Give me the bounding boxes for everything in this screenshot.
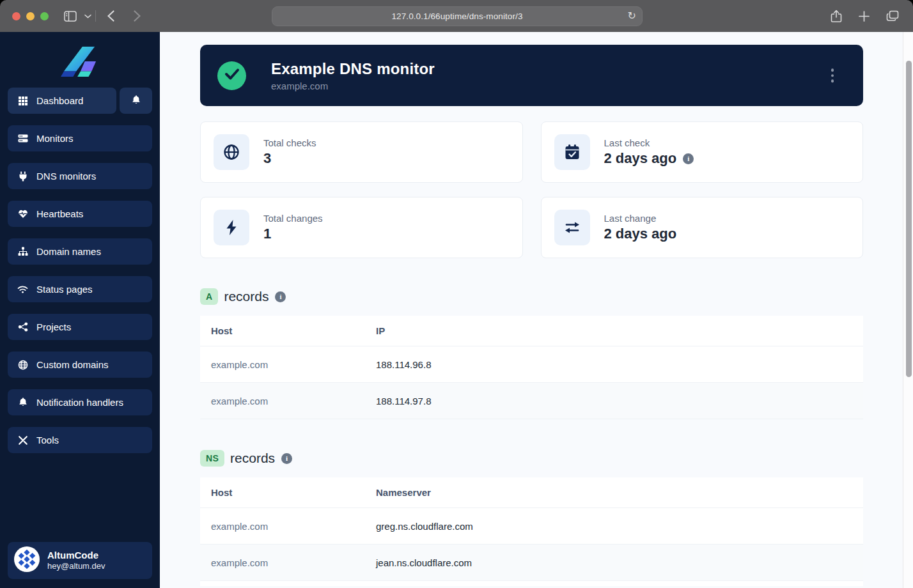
address-bar[interactable]: 127.0.0.1/66uptime/dns-monitor/3 ↻ <box>272 6 643 26</box>
sidebar-item-label: Domain names <box>36 246 101 257</box>
info-icon[interactable]: i <box>275 291 286 302</box>
status-up-badge <box>217 61 246 90</box>
table-row: example.com 188.114.96.8 <box>200 346 863 383</box>
bell-icon <box>131 95 141 107</box>
heart-pulse-icon <box>17 209 28 219</box>
sidebar-chevron-down-icon[interactable] <box>82 5 94 27</box>
close-window-button[interactable] <box>12 12 20 20</box>
column-header: Host <box>211 487 376 498</box>
main-content: Example DNS monitor example.com Total ch… <box>160 32 913 588</box>
column-header: IP <box>376 325 863 336</box>
avatar <box>14 546 40 575</box>
stat-card-last-check: Last check 2 days ago i <box>541 121 864 183</box>
table-header-row: Host Nameserver <box>200 477 863 508</box>
stat-label: Last check <box>604 137 694 148</box>
info-icon[interactable]: i <box>683 153 694 164</box>
monitor-header-card: Example DNS monitor example.com <box>200 45 863 106</box>
a-records-table: Host IP example.com 188.114.96.8 example… <box>200 316 863 419</box>
bell-icon <box>17 397 28 408</box>
table-header-row: Host IP <box>200 316 863 346</box>
ns-records-table: Host Nameserver example.com greg.ns.clou… <box>200 477 863 586</box>
sidebar-item-dashboard[interactable]: Dashboard <box>8 88 116 114</box>
table-row: example.com 188.114.97.8 <box>200 383 863 419</box>
stat-card-total-changes: Total changes 1 <box>200 197 523 258</box>
sidebar-item-label: DNS monitors <box>36 171 96 182</box>
column-header: Nameserver <box>376 487 863 498</box>
sidebar-item-notification-handlers[interactable]: Notification handlers <box>8 389 152 415</box>
a-records-heading: A records i <box>200 288 863 305</box>
column-header: Host <box>211 325 376 336</box>
user-name: AltumCode <box>47 549 105 562</box>
globe-icon <box>214 134 249 170</box>
stat-card-total-checks: Total checks 3 <box>200 121 523 183</box>
table-row: example.com greg.ns.cloudflare.com <box>200 508 863 545</box>
zoom-window-button[interactable] <box>40 12 49 20</box>
stat-label: Total changes <box>263 213 323 224</box>
sidebar-item-heartbeats[interactable]: Heartbeats <box>8 201 152 227</box>
sidebar-item-label: Custom domains <box>36 359 109 370</box>
sidebar-item-label: Projects <box>36 321 71 332</box>
sidebar-item-projects[interactable]: Projects <box>8 314 152 340</box>
plug-icon <box>17 171 28 182</box>
host-cell: example.com <box>211 521 376 532</box>
swap-arrows-icon <box>554 210 590 245</box>
forward-button[interactable] <box>129 5 146 27</box>
sidebar-toggle-icon[interactable] <box>59 5 82 27</box>
sidebar-item-label: Tools <box>36 435 59 445</box>
share-icon[interactable] <box>825 5 847 27</box>
sidebar-item-custom-domains[interactable]: Custom domains <box>8 352 152 378</box>
notifications-button[interactable] <box>120 88 152 114</box>
sidebar-item-dns-monitors[interactable]: DNS monitors <box>8 163 152 189</box>
server-icon <box>17 134 28 143</box>
sitemap-icon <box>17 247 28 256</box>
stat-cards: Total checks 3 Last check <box>200 121 863 258</box>
url-text: 127.0.0.1/66uptime/dns-monitor/3 <box>391 12 522 21</box>
browser-toolbar: 127.0.0.1/66uptime/dns-monitor/3 ↻ <box>0 0 913 32</box>
toolbar-divider <box>95 10 96 22</box>
tools-icon <box>17 435 28 445</box>
table-row: example.com jean.ns.cloudflare.com <box>200 545 863 581</box>
ip-cell: 188.114.97.8 <box>376 396 863 406</box>
bolt-icon <box>214 210 249 245</box>
scrollbar-track[interactable] <box>903 32 913 588</box>
stat-value: 1 <box>263 226 323 242</box>
sidebar-item-domain-names[interactable]: Domain names <box>8 238 152 265</box>
table-continuation <box>200 581 863 586</box>
record-type-badge: A <box>200 288 218 305</box>
stat-label: Last change <box>604 213 677 224</box>
calendar-check-icon <box>554 134 590 170</box>
monitor-domain: example.com <box>271 81 435 91</box>
host-cell: example.com <box>211 359 376 370</box>
nameserver-cell: greg.ns.cloudflare.com <box>376 521 863 532</box>
stat-value: 2 days ago <box>604 150 677 167</box>
host-cell: example.com <box>211 396 376 406</box>
ns-records-heading: NS records i <box>200 450 863 467</box>
tab-overview-icon[interactable] <box>881 5 904 27</box>
sidebar: Dashboard <box>0 32 160 588</box>
user-profile[interactable]: AltumCode hey@altum.dev <box>8 542 152 579</box>
sidebar-item-tools[interactable]: Tools <box>8 427 152 453</box>
sidebar-nav: Dashboard <box>8 88 152 453</box>
window-controls <box>12 12 49 20</box>
stat-value: 3 <box>263 150 316 167</box>
app-logo[interactable] <box>8 32 152 88</box>
share-nodes-icon <box>17 322 28 332</box>
stat-value: 2 days ago <box>604 226 677 242</box>
sidebar-item-label: Dashboard <box>36 95 83 106</box>
minimize-window-button[interactable] <box>26 12 35 20</box>
scrollbar-thumb[interactable] <box>906 61 912 377</box>
reload-icon[interactable]: ↻ <box>628 10 636 22</box>
sidebar-item-label: Status pages <box>36 284 93 295</box>
kebab-menu-icon[interactable] <box>827 65 838 86</box>
sidebar-item-status-pages[interactable]: Status pages <box>8 276 152 302</box>
sidebar-item-label: Heartbeats <box>36 208 83 219</box>
user-email: hey@altum.dev <box>47 561 105 572</box>
sidebar-item-monitors[interactable]: Monitors <box>8 125 152 151</box>
ip-cell: 188.114.96.8 <box>376 359 863 370</box>
section-title: records <box>230 451 275 466</box>
info-icon[interactable]: i <box>281 453 292 464</box>
stat-label: Total checks <box>263 137 316 148</box>
new-tab-icon[interactable] <box>854 5 875 27</box>
back-button[interactable] <box>102 5 120 27</box>
wifi-icon <box>17 285 28 293</box>
